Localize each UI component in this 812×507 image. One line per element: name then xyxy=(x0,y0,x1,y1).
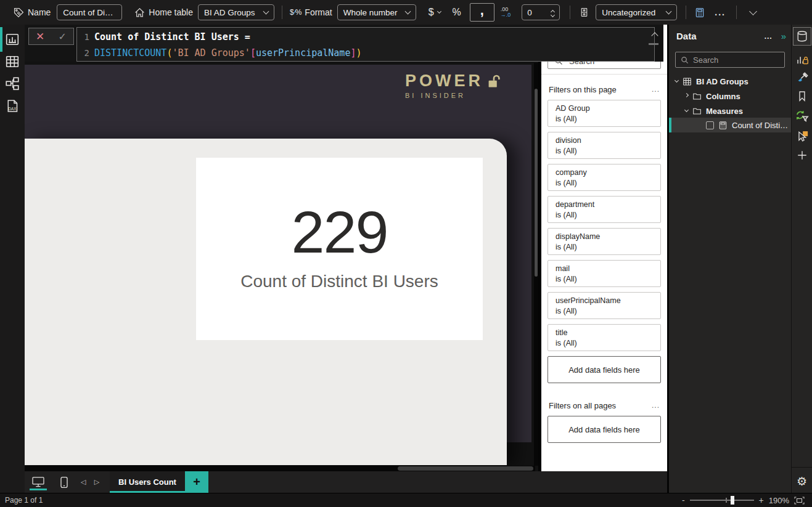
zoom-slider[interactable] xyxy=(690,496,754,505)
search-icon xyxy=(681,56,689,64)
data-search-input[interactable]: Search xyxy=(675,52,785,68)
page-tab-label: BI Users Count xyxy=(118,477,176,487)
dax-bracket: ] xyxy=(350,45,356,61)
dax-formula-bar: ✕ ✓ 1 Count of Distinct BI Users = 2 DIS… xyxy=(25,25,663,62)
currency-button[interactable]: $ xyxy=(429,7,434,18)
add-data-fields-label: Add data fields here xyxy=(568,365,640,375)
database-icon xyxy=(796,30,808,43)
zoom-out-button[interactable]: - xyxy=(682,495,685,505)
formula-bar-scrollbar[interactable] xyxy=(649,43,658,45)
thousands-separator-button[interactable]: , xyxy=(470,3,494,22)
filter-field: company xyxy=(556,168,660,178)
commit-formula-button[interactable]: ✓ xyxy=(59,31,67,43)
filter-field: title xyxy=(556,328,660,338)
dax-query-view-button[interactable]: DAX xyxy=(5,99,20,113)
model-view-button[interactable] xyxy=(5,76,20,91)
add-data-fields-dropzone[interactable]: Add data fields here xyxy=(547,416,661,443)
filter-card[interactable]: displayName is (All) xyxy=(547,228,661,255)
mobile-view-button[interactable] xyxy=(52,471,76,493)
desktop-view-button[interactable] xyxy=(25,471,52,493)
format-select[interactable]: Whole number xyxy=(337,4,416,20)
toolbar-collapse-chevron-icon[interactable] xyxy=(749,7,757,15)
canvas-horizontal-scrollbar[interactable] xyxy=(25,466,535,471)
table-view-button[interactable] xyxy=(5,54,20,69)
format-visual-button[interactable] xyxy=(795,70,810,85)
data-pane-collapse-button[interactable]: » xyxy=(781,31,786,41)
card-visual[interactable]: 229 Count of Distinct BI Users xyxy=(196,158,483,340)
chevron-right-icon[interactable] xyxy=(684,93,689,97)
data-category-select[interactable]: Uncategorized xyxy=(596,4,677,20)
next-page-button[interactable]: ▷ xyxy=(90,471,104,493)
chevron-down-icon[interactable] xyxy=(684,108,689,112)
selection-pointer-icon xyxy=(796,129,809,142)
add-pane-button[interactable] xyxy=(795,148,810,163)
powerbi-desktop-window: Name Count of Distin... Home table BI AD… xyxy=(0,0,812,507)
calculator-icon[interactable] xyxy=(694,7,705,18)
formula-commit-group: ✕ ✓ xyxy=(28,28,74,45)
filter-card[interactable]: division is (All) xyxy=(547,132,661,159)
currency-chevron-icon[interactable] xyxy=(437,9,441,14)
data-pane-button[interactable] xyxy=(795,29,810,44)
logo-subtitle: BI INSIDER xyxy=(405,92,501,99)
zoom-in-button[interactable]: + xyxy=(759,495,764,505)
dax-measure-definition: Count of Distinct BI Users = xyxy=(94,29,250,45)
home-table-value: BI AD Groups xyxy=(204,8,255,17)
filter-field: userPrincipalName xyxy=(556,296,660,306)
vertical-scrollbar-thumb[interactable] xyxy=(535,89,538,277)
page-tab[interactable]: BI Users Count xyxy=(110,471,185,493)
table-icon xyxy=(683,77,692,86)
filter-card[interactable]: AD Group is (All) xyxy=(547,100,661,127)
toolbar-more-button[interactable]: ... xyxy=(715,7,726,17)
tree-item-measure-selected[interactable]: Count of Distinct... xyxy=(669,118,791,132)
cancel-formula-button[interactable]: ✕ xyxy=(36,30,44,43)
previous-page-button[interactable]: ◁ xyxy=(76,471,90,493)
build-visual-button[interactable] xyxy=(795,52,810,67)
filter-field: displayName xyxy=(556,232,660,242)
data-pane-more-button[interactable]: ... xyxy=(765,32,773,41)
rail-divider xyxy=(792,467,812,468)
pane-switcher-rail: ⚙ xyxy=(791,25,812,493)
zoom-slider-thumb[interactable] xyxy=(731,496,734,505)
add-data-fields-dropzone[interactable]: Add data fields here xyxy=(547,356,661,383)
filter-card[interactable]: title is (All) xyxy=(547,324,661,351)
new-page-button[interactable]: + xyxy=(185,471,208,493)
tree-item-columns-folder[interactable]: Columns xyxy=(669,89,791,103)
horizontal-scrollbar-thumb[interactable] xyxy=(398,466,533,471)
sync-slicers-button[interactable] xyxy=(795,108,810,123)
filter-card[interactable]: userPrincipalName is (All) xyxy=(547,292,661,319)
data-category-icon xyxy=(579,7,589,18)
report-view-button[interactable] xyxy=(5,32,20,47)
filter-card[interactable]: company is (All) xyxy=(547,164,661,191)
tree-item-table[interactable]: BI AD Groups xyxy=(669,74,791,89)
report-canvas: POWER BI INSIDER 229 Count of Distinct B… xyxy=(25,25,538,471)
canvas-vertical-scrollbar[interactable] xyxy=(534,63,538,466)
selection-pane-button[interactable] xyxy=(795,128,810,143)
settings-gear-icon[interactable]: ⚙ xyxy=(792,474,812,489)
decimal-places-icon[interactable]: .00 →.0 xyxy=(501,7,511,18)
measure-calculator-icon xyxy=(718,121,728,130)
toolbar-divider xyxy=(686,6,686,19)
filter-card[interactable]: mail is (All) xyxy=(547,260,661,287)
bookmarks-button[interactable] xyxy=(795,89,810,103)
home-table-select[interactable]: BI AD Groups xyxy=(198,4,274,20)
filters-page-more-button[interactable]: ... xyxy=(652,85,660,94)
chevron-down-icon xyxy=(666,9,672,15)
decimal-spinner[interactable] xyxy=(551,9,554,17)
spinner-down-icon[interactable] xyxy=(551,12,555,17)
chevron-down-icon xyxy=(263,9,269,15)
chevron-down-icon[interactable] xyxy=(675,78,679,83)
percent-button[interactable]: % xyxy=(453,7,461,18)
dax-editor[interactable]: 1 Count of Distinct BI Users = 2 DISTINC… xyxy=(76,27,655,62)
measure-checkbox[interactable] xyxy=(706,121,714,129)
measure-name-input[interactable]: Count of Distin... xyxy=(57,4,122,20)
tree-item-measures-folder[interactable]: Measures xyxy=(669,103,791,118)
filter-card[interactable]: department is (All) xyxy=(547,196,661,223)
selected-measure-indicator xyxy=(669,118,671,132)
formula-bar-collapse-button[interactable] xyxy=(652,30,657,41)
decimal-places-input[interactable]: 0 xyxy=(522,4,560,20)
filter-field: mail xyxy=(556,264,660,274)
filters-all-pages-more-button[interactable]: ... xyxy=(652,401,660,410)
chevron-up-icon xyxy=(651,32,658,39)
phone-icon xyxy=(59,476,69,489)
fit-to-page-icon[interactable] xyxy=(794,497,805,505)
